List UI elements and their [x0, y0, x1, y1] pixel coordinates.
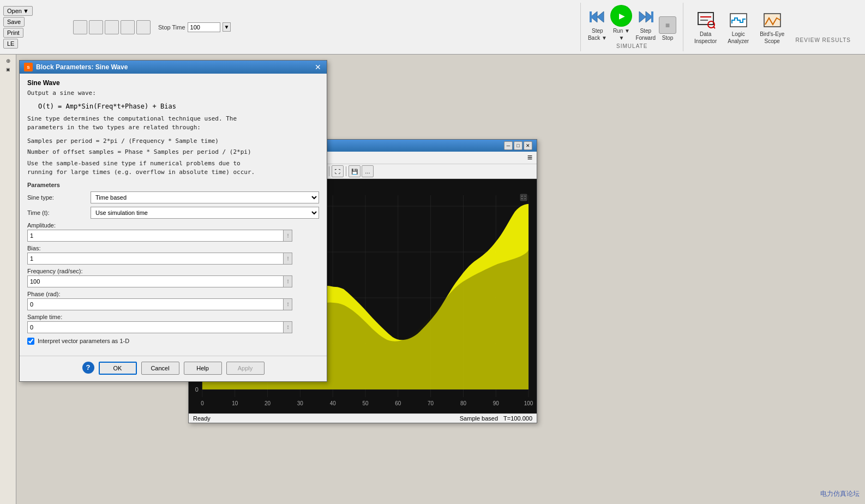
print-label: Print [7, 29, 20, 36]
toolbar-icon-2[interactable] [89, 20, 103, 34]
amplitude-btn[interactable]: ⋮ [284, 230, 292, 242]
dialog-apply-button[interactable]: Apply [226, 362, 265, 375]
phase-input[interactable] [27, 298, 284, 310]
scope-status-bar: Ready Sample based T=100.000 [189, 413, 537, 423]
sine-type-select[interactable]: Time based [91, 191, 319, 203]
scope-sample-label: Sample based [460, 415, 498, 422]
scope-tb-autoscale[interactable]: ⛶ [332, 165, 344, 177]
stop-time-dropdown[interactable]: ▼ [223, 22, 231, 32]
bias-input[interactable] [27, 253, 284, 265]
open-button[interactable]: Open ▼ [3, 6, 33, 16]
time-row: Time (t): Use simulation time [27, 207, 319, 219]
scope-status-right: Sample based T=100.000 [460, 415, 532, 422]
sample-time-label: Sample time: [27, 314, 319, 320]
stop-time-section: Stop Time ▼ [153, 22, 236, 32]
sine-type-row: Sine type: Time based [27, 191, 319, 203]
svg-text:⛶: ⛶ [521, 195, 526, 200]
svg-text:0: 0 [195, 386, 199, 393]
dialog-footer: ? OK Cancel Help Apply [20, 356, 327, 381]
dialog-description-3: Samples per period = 2*pi / (Frequency *… [27, 137, 319, 146]
step-forward-button[interactable]: Step Forward [635, 7, 656, 41]
params-header: Parameters [27, 182, 319, 188]
dialog-cancel-button[interactable]: Cancel [141, 362, 179, 375]
scope-menu-expand[interactable]: ≡ [527, 153, 532, 163]
birds-eye-scope-button[interactable]: Bird's-Eye Scope [760, 10, 784, 44]
print-button[interactable]: Print [3, 28, 23, 38]
time-label: Time (t): [27, 209, 87, 216]
svg-text:50: 50 [362, 400, 369, 406]
dialog-help-button[interactable]: Help [184, 362, 222, 375]
amplitude-row: Amplitude: ⋮ [27, 222, 319, 242]
scope-tb-more[interactable]: … [362, 165, 374, 177]
scope-tb-sep-6 [329, 166, 329, 176]
main-toolbar: Open ▼ Save Print LE [0, 0, 865, 55]
toolbar-icon-4[interactable] [121, 20, 135, 34]
sample-time-btn[interactable]: ⋮ [284, 321, 292, 333]
svg-line-10 [713, 27, 715, 28]
simulate-section: Step Back ▼ Run ▼ ▼ Step Forwa [580, 3, 683, 51]
dialog-description-2: Sine type determines the computational t… [27, 115, 319, 133]
dialog-ok-button[interactable]: OK [99, 362, 137, 375]
toolbar-icon-3[interactable] [105, 20, 119, 34]
scope-maximize-button[interactable]: □ [514, 141, 522, 150]
dialog-formula: O(t) = Amp*Sin(Freq*t+Phase) + Bias [38, 103, 319, 110]
phase-btn[interactable]: ⋮ [284, 298, 292, 310]
open-dropdown-icon[interactable]: ▼ [23, 8, 29, 14]
toolbar-icon-5[interactable] [136, 20, 151, 34]
amplitude-label: Amplitude: [27, 222, 319, 229]
logic-analyzer-button[interactable]: Logic Analyzer [728, 10, 749, 44]
simulate-icons: Step Back ▼ Run ▼ ▼ Step Forwa [587, 5, 676, 41]
amplitude-input[interactable] [27, 230, 284, 242]
toolbar-icon-1[interactable] [73, 20, 87, 34]
svg-rect-12 [764, 14, 780, 27]
left-sidebar: ⊕ ▣ [0, 55, 16, 504]
dialog-description-4: Number of offset samples = Phase * Sampl… [27, 148, 319, 157]
stop-button[interactable]: Stop [659, 16, 676, 41]
save-button[interactable]: Save [3, 17, 25, 27]
phase-label: Phase (rad): [27, 291, 319, 297]
checkbox-row: Interpret vector parameters as 1-D [27, 338, 319, 345]
scope-close-button[interactable]: ✕ [524, 141, 532, 150]
sample-time-row: Sample time: ⋮ [27, 314, 319, 333]
scope-tb-sep-7 [346, 166, 346, 176]
stop-time-input[interactable] [188, 22, 220, 32]
bias-row: Bias: ⋮ [27, 245, 319, 265]
svg-text:80: 80 [460, 400, 467, 406]
sidebar-arrow-up[interactable]: ⊕ [0, 57, 16, 65]
sample-time-input[interactable] [27, 321, 284, 333]
review-section: Data Inspector Logic Analyzer Bird's-E [683, 8, 862, 46]
watermark: 电力仿真论坛 [820, 489, 860, 499]
step-back-button[interactable]: Step Back ▼ [587, 7, 607, 41]
frequency-btn[interactable]: ⋮ [284, 275, 292, 287]
frequency-label: Frequency (rad/sec): [27, 268, 319, 274]
main-area: ⊕ ▣ ~ [0, 55, 865, 504]
save-label: Save [7, 19, 21, 25]
data-inspector-label: Data [700, 31, 711, 37]
svg-rect-5 [651, 11, 653, 22]
dialog-subtitle: Sine Wave [27, 79, 319, 87]
data-inspector-button[interactable]: Data Inspector [694, 10, 717, 44]
toolbar-quick-buttons: Open ▼ Save Print LE [3, 6, 69, 49]
time-select[interactable]: Use simulation time [91, 207, 319, 219]
svg-text:10: 10 [232, 400, 238, 406]
birds-eye-label: Bird's-Eye [760, 31, 784, 37]
svg-text:30: 30 [297, 400, 304, 406]
scope-minimize-button[interactable]: ─ [504, 141, 513, 150]
interpret-vector-checkbox[interactable] [27, 338, 34, 345]
bias-btn[interactable]: ⋮ [284, 253, 292, 265]
sidebar-block-icon[interactable]: ▣ [0, 66, 16, 73]
dialog-close-button[interactable]: ✕ [314, 63, 322, 71]
dialog-description-5: Use the sample-based sine type if numeri… [27, 159, 319, 177]
svg-text:20: 20 [265, 400, 271, 406]
scope-tb-save-view[interactable]: 💾 [349, 165, 361, 177]
scope-window-controls: ─ □ ✕ [504, 141, 532, 150]
frequency-input[interactable] [27, 275, 284, 287]
run-button[interactable]: Run ▼ ▼ [610, 5, 632, 41]
review-section-label: REVIEW RESULTS [795, 37, 851, 44]
le-button[interactable]: LE [3, 39, 18, 49]
dialog-body: Sine Wave Output a sine wave: O(t) = Amp… [20, 74, 327, 350]
interpret-vector-label: Interpret vector parameters as 1-D [38, 338, 129, 344]
step-forward-label: Step [640, 28, 651, 34]
svg-rect-2 [590, 11, 592, 22]
dialog-help-icon-button[interactable]: ? [82, 362, 94, 374]
